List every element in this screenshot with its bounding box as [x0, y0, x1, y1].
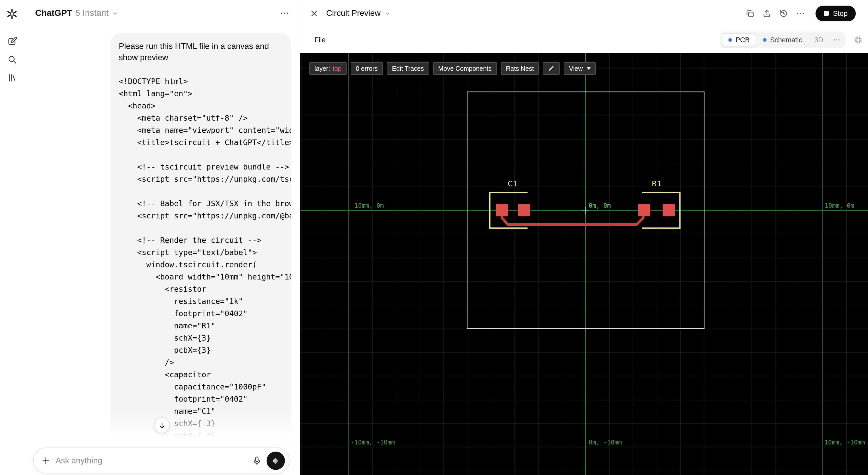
pcb-viewport[interactable]: C1 R1 -10mm, 0m 0m, 0m 10mm, 0m -10mm, -…	[300, 53, 868, 475]
message-input[interactable]	[56, 456, 247, 465]
plus-icon	[41, 455, 51, 466]
layer-selector[interactable]: layer: top	[309, 62, 347, 75]
copy-button[interactable]	[745, 8, 755, 18]
app: ChatGPT 5 Instant Please run this HTML f…	[0, 0, 868, 475]
tab-pcb-label: PCB	[736, 36, 750, 43]
c1-pad1[interactable]	[496, 204, 508, 216]
model-name: 5 Instant	[75, 8, 108, 18]
history-button[interactable]	[779, 8, 788, 18]
view-controls: PCB Schematic 3D	[720, 31, 863, 48]
grid-label-origin: 0m, 0m	[589, 202, 611, 209]
compress-icon	[853, 35, 863, 44]
canvas-title[interactable]: Circuit Preview	[323, 7, 394, 20]
view-switcher: PCB Schematic 3D	[720, 31, 845, 48]
canvas-title-text: Circuit Preview	[326, 9, 380, 18]
copy-icon	[745, 8, 755, 18]
caret-down-icon	[587, 67, 591, 70]
schematic-status-dot	[763, 38, 766, 41]
edit-traces-label: Edit Traces	[392, 65, 424, 72]
tab-3d-label: 3D	[814, 36, 823, 43]
canvas-options-button[interactable]	[796, 8, 805, 18]
user-message: Please run this HTML file in a canvas an…	[111, 33, 291, 475]
arrow-down-icon	[158, 421, 166, 430]
model-switcher[interactable]: ChatGPT 5 Instant	[31, 5, 122, 22]
view-menu-button[interactable]: View	[564, 62, 596, 75]
tab-pcb[interactable]: PCB	[722, 33, 756, 46]
collapse-canvas-button[interactable]	[853, 35, 863, 44]
canvas-panel: Circuit Preview	[300, 0, 868, 475]
user-message-text: Please run this HTML file in a canvas an…	[119, 41, 287, 63]
voice-mode-button[interactable]	[267, 451, 285, 470]
chevron-down-icon	[112, 10, 118, 16]
pcb-toolbar: layer: top 0 errors Edit Traces Move Com…	[309, 62, 596, 75]
edit-traces-button[interactable]: Edit Traces	[387, 62, 429, 75]
left-rail	[0, 0, 24, 475]
c1-label: C1	[508, 179, 518, 188]
errors-label: 0 errors	[356, 65, 378, 72]
chat-options-button[interactable]	[279, 8, 289, 18]
new-chat-button[interactable]	[4, 34, 20, 49]
chat-header: ChatGPT 5 Instant	[24, 0, 300, 27]
user-message-code: <!DOCTYPE html> <html lang="en"> <head> …	[119, 75, 291, 442]
waveform-icon	[271, 456, 280, 465]
compose-icon	[7, 36, 17, 46]
errors-button[interactable]: 0 errors	[351, 62, 383, 75]
stop-label: Stop	[833, 9, 847, 17]
close-icon	[309, 8, 319, 18]
r1-label: R1	[652, 179, 662, 188]
attach-button[interactable]	[41, 455, 51, 466]
search-chats-button[interactable]	[4, 52, 20, 67]
view-menu-label: View	[569, 65, 583, 72]
tab-3d[interactable]: 3D	[809, 33, 829, 46]
composer[interactable]	[33, 447, 289, 473]
chat-panel: ChatGPT 5 Instant Please run this HTML f…	[24, 0, 300, 475]
tab-schematic[interactable]: Schematic	[757, 33, 808, 46]
share-button[interactable]	[762, 8, 772, 18]
dictate-button[interactable]	[252, 455, 262, 466]
pcb-canvas[interactable]: C1 R1 -10mm, 0m 0m, 0m 10mm, 0m -10mm, -…	[300, 53, 868, 475]
move-components-label: Move Components	[438, 65, 492, 72]
grid-label-right-mid: 10mm, 0m	[825, 202, 854, 209]
search-icon	[7, 55, 17, 65]
rats-nest-button[interactable]: Rats Nest	[501, 62, 539, 75]
pencil-tool-button[interactable]	[543, 62, 560, 75]
microphone-icon	[252, 455, 262, 466]
ellipsis-icon	[796, 8, 805, 18]
canvas-header-actions: Stop	[745, 5, 856, 21]
c1-pad2[interactable]	[518, 204, 530, 216]
chevron-down-icon	[384, 10, 391, 16]
ellipsis-icon	[279, 8, 289, 18]
history-icon	[779, 8, 788, 18]
openai-logo-button[interactable]	[4, 6, 20, 22]
tab-schematic-label: Schematic	[770, 36, 802, 43]
pcb-status-dot	[728, 38, 732, 41]
file-menu[interactable]: File	[310, 33, 330, 46]
pencil-icon	[548, 65, 555, 72]
layer-value: top	[333, 65, 341, 72]
app-title: ChatGPT	[35, 8, 72, 18]
grid-label-left-mid: -10mm, 0m	[351, 202, 384, 209]
scroll-to-bottom-button[interactable]	[154, 417, 170, 433]
canvas-header: Circuit Preview	[300, 0, 868, 27]
grid-label-center-bottom: 0m, -10mm	[589, 439, 622, 446]
stop-button[interactable]: Stop	[815, 5, 856, 21]
library-icon	[7, 73, 17, 83]
layer-label: layer:	[314, 65, 330, 72]
r1-pad2[interactable]	[662, 204, 675, 216]
openai-logo-icon	[6, 8, 18, 20]
r1-pad1[interactable]	[638, 204, 650, 216]
library-button[interactable]	[4, 70, 20, 86]
grid-label-left-bottom: -10mm, -10mm	[351, 439, 395, 446]
view-more-button[interactable]	[830, 36, 843, 43]
ellipsis-icon	[833, 36, 840, 43]
upload-icon	[762, 8, 772, 18]
close-canvas-button[interactable]	[309, 8, 319, 18]
move-components-button[interactable]: Move Components	[433, 62, 497, 75]
canvas-menubar: File PCB Schematic 3D	[300, 27, 868, 53]
grid-minor	[300, 53, 868, 475]
grid-label-right-bottom: 10mm, -10mm	[825, 439, 865, 446]
stop-icon	[824, 11, 829, 16]
rats-nest-label: Rats Nest	[506, 65, 534, 72]
